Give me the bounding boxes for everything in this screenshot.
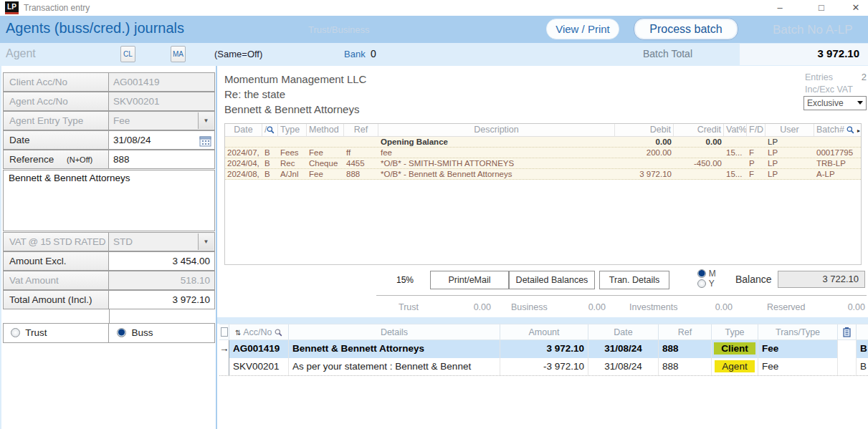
narrative-textarea[interactable]: Bennett & Bennett Attorneys: [3, 170, 215, 231]
row-marker: [219, 358, 229, 375]
minimize-icon[interactable]: –: [766, 0, 794, 16]
col-amount[interactable]: Amount: [500, 324, 588, 339]
expand-right-icon[interactable]: ▸: [857, 127, 860, 134]
total-amount-field[interactable]: 3 972.10: [109, 290, 215, 309]
col-ref[interactable]: Ref: [659, 324, 712, 339]
col-debit[interactable]: Debit: [615, 124, 674, 136]
investments-total-label: Investments: [629, 302, 677, 312]
cell-debit: [615, 158, 674, 168]
date-field[interactable]: 31/08/24: [109, 130, 215, 150]
highlight-annotation: Agent: [715, 360, 754, 372]
amount-excl-field[interactable]: 3 454.00: [109, 251, 215, 271]
date-value: 31/08/24: [113, 135, 151, 145]
cell-batch: TRB-LP: [814, 158, 861, 168]
cell-vat: 15...: [724, 169, 747, 179]
batch-total-label: Batch Total: [643, 48, 692, 59]
col-credit[interactable]: Credit: [674, 124, 724, 136]
tran-details-button[interactable]: Tran. Details: [599, 271, 669, 289]
table-row[interactable]: → AG001419 Bennett & Bennett Attorneys 3…: [219, 340, 868, 358]
chevron-down-icon: [857, 101, 863, 105]
table-row[interactable]: 2024/08, B A/Jnl Fee 888 *O/B* - Bennett…: [225, 169, 861, 180]
agent-accno-field[interactable]: SKV00201: [109, 92, 215, 111]
table-row[interactable]: Opening Balance 0.00 0.00 LP: [225, 137, 861, 148]
sort-icon[interactable]: ⇅: [235, 329, 241, 337]
chevron-down-icon[interactable]: ▼: [198, 233, 214, 250]
year-radio[interactable]: Y: [697, 278, 715, 289]
reference-row: Reference (N+Off) 888: [3, 150, 215, 169]
trust-radio[interactable]: Trust: [4, 324, 109, 342]
cell-vat: [724, 137, 747, 147]
inc-exc-vat-select[interactable]: Exclusive: [803, 96, 867, 110]
cell-description: Opening Balance: [378, 137, 615, 147]
search-icon[interactable]: [267, 125, 275, 136]
col-date[interactable]: Date: [225, 124, 262, 136]
buss-radio[interactable]: Buss: [110, 324, 215, 342]
cl-button[interactable]: CL: [120, 46, 135, 62]
batch-no-label: Batch No A-LP: [773, 23, 853, 37]
trust-buss-row: Trust Buss: [3, 323, 215, 343]
delete-icon[interactable]: [838, 324, 857, 339]
col-ref[interactable]: Ref: [344, 124, 378, 136]
cell-date: 2024/07,: [225, 148, 262, 158]
vat-amount-label: Vat Amount: [3, 271, 109, 290]
window-title: Transaction entry: [24, 3, 90, 13]
search-icon[interactable]: [275, 326, 282, 339]
grid-header: Date / Type Method Ref Description Debit…: [225, 124, 861, 137]
close-icon[interactable]: ✕: [841, 0, 868, 16]
col-description[interactable]: Description: [378, 124, 615, 136]
cell-debit: 200.00: [615, 148, 674, 158]
col-vat[interactable]: Vat%: [724, 124, 747, 136]
col-accno[interactable]: ⇅ Acc/No: [229, 324, 289, 339]
col-type[interactable]: Type: [712, 324, 758, 339]
client-accno-field[interactable]: AG001419: [109, 72, 215, 92]
entry-type-select[interactable]: Fee ▼: [109, 111, 215, 130]
entry-type-value: Fee: [113, 115, 130, 126]
month-radio[interactable]: M: [697, 268, 716, 279]
cell-method: Fee: [307, 148, 344, 158]
account-header: Momentum Management LLC Re: the state Be…: [224, 72, 366, 117]
batch-total-value: 3 972.10: [818, 47, 859, 59]
vat-type-select[interactable]: STD ▼: [109, 232, 215, 251]
bank-value: 0: [371, 48, 376, 59]
col-method[interactable]: Method: [307, 124, 344, 136]
reserved-total-label: Reserved: [767, 302, 806, 312]
select-all-checkbox[interactable]: [219, 324, 229, 339]
col-fd[interactable]: F/D: [747, 124, 766, 136]
process-batch-button[interactable]: Process batch: [634, 18, 738, 40]
ma-button[interactable]: MA: [171, 46, 186, 62]
col-trans-type[interactable]: Trans/Type: [758, 324, 838, 339]
trust-total-value: 0.00: [447, 302, 491, 312]
search-icon[interactable]: [846, 125, 854, 136]
cell-description: fee: [378, 148, 615, 158]
vat-amount-field[interactable]: 518.10: [109, 271, 215, 290]
print-email-button[interactable]: Print/eMail: [430, 271, 509, 289]
client-accno-row: Client Acc/No AG001419: [3, 72, 215, 92]
maximize-icon[interactable]: □: [807, 0, 836, 16]
bank-label: Bank: [344, 49, 366, 59]
buss-radio-label: Buss: [132, 327, 153, 338]
cell-fd: F: [747, 169, 766, 179]
reference-field[interactable]: 888: [109, 150, 215, 169]
table-row[interactable]: 2024/04, B Rec Cheque 4455 *O/B* - SMITH…: [225, 158, 861, 169]
col-type[interactable]: Type: [278, 124, 307, 136]
cell-fd: [747, 137, 766, 147]
total-amount-label: Total Amount (Incl.): [3, 290, 109, 309]
table-row[interactable]: 2024/07, B Fees Fee ff fee 200.00 15... …: [225, 148, 861, 158]
table-row[interactable]: SKV00201 As per your statement : Bennett…: [219, 358, 868, 376]
col-details[interactable]: Details: [289, 324, 500, 339]
col-user[interactable]: User: [766, 124, 814, 136]
highlight-annotation: Client: [714, 342, 755, 355]
cell-ref: [344, 137, 378, 147]
detailed-balances-button[interactable]: Detailed Balances: [509, 271, 595, 289]
cell-tb: B: [262, 169, 278, 179]
cell-type: Rec: [278, 158, 307, 168]
chevron-down-icon[interactable]: ▼: [198, 112, 214, 129]
col-tb[interactable]: /: [262, 124, 278, 136]
cell-tb: B: [262, 158, 278, 168]
col-batch[interactable]: Batch# ▸: [814, 124, 861, 136]
client-accno-label: Client Acc/No: [3, 72, 109, 92]
reference-hint: (N+Off): [67, 155, 92, 164]
cell-ref: 888: [344, 169, 378, 179]
col-date[interactable]: Date: [588, 324, 659, 339]
view-print-button[interactable]: View / Print: [546, 19, 619, 39]
